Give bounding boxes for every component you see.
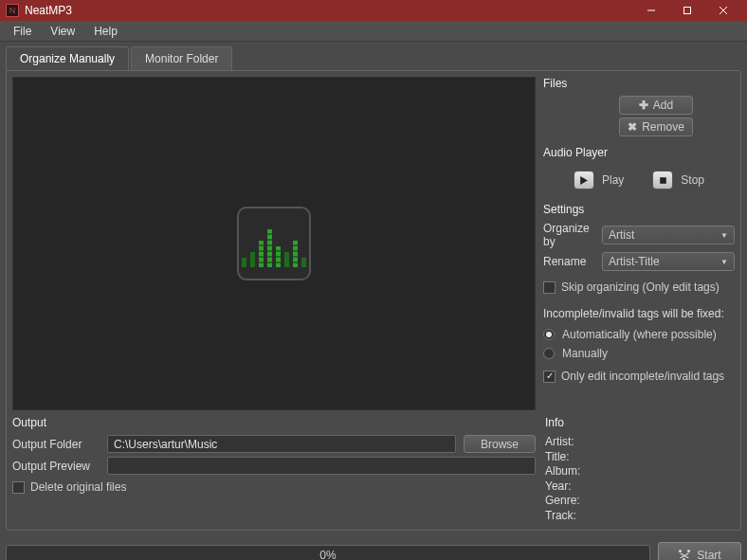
info-year: Year: <box>545 479 735 495</box>
info-title: Title: <box>545 450 735 465</box>
output-heading: Output <box>12 416 536 429</box>
wand-icon <box>678 549 691 560</box>
rename-label: Rename <box>543 255 596 268</box>
skip-organizing-checkbox[interactable] <box>543 281 556 294</box>
delete-original-label: Delete original files <box>30 480 126 494</box>
menu-view[interactable]: View <box>41 23 84 40</box>
info-genre: Genre: <box>545 494 735 509</box>
svg-rect-1 <box>684 8 691 14</box>
output-preview-label: Output Preview <box>12 460 100 473</box>
tab-organize-manually[interactable]: Organize Manually <box>6 46 129 70</box>
start-label: Start <box>697 549 720 560</box>
plus-icon: ✚ <box>639 99 648 112</box>
rename-value: Artist-Title <box>609 255 660 268</box>
auto-fix-label: Automatically (where possible) <box>562 328 717 341</box>
files-heading: Files <box>543 77 735 90</box>
settings-heading: Settings <box>543 203 735 216</box>
stop-label: Stop <box>681 173 704 187</box>
x-icon: ✖ <box>628 120 637 134</box>
menu-file[interactable]: File <box>4 23 41 40</box>
close-button[interactable] <box>705 0 741 21</box>
info-track: Track: <box>545 509 735 524</box>
info-artist: Artist: <box>545 435 735 450</box>
start-button[interactable]: Start <box>658 542 741 560</box>
window-title: NeatMP3 <box>25 4 633 17</box>
skip-organizing-label: Skip organizing (Only edit tags) <box>561 280 720 294</box>
manual-fix-label: Manually <box>562 347 608 360</box>
delete-original-checkbox[interactable] <box>12 481 25 494</box>
menu-bar: File View Help <box>0 21 747 42</box>
play-icon <box>574 171 594 190</box>
organize-by-value: Artist <box>609 228 634 242</box>
fix-tags-note: Incomplete/invalid tags will be fixed: <box>543 307 735 320</box>
stop-icon <box>652 171 673 190</box>
tab-strip: Organize Manually Monitor Folder <box>6 46 741 70</box>
file-list-area[interactable] <box>12 77 536 410</box>
output-folder-input[interactable] <box>107 435 456 453</box>
remove-button-label: Remove <box>642 120 684 134</box>
progress-label: 0% <box>319 549 336 560</box>
maximize-button[interactable] <box>669 0 705 21</box>
play-label: Play <box>602 173 624 187</box>
svg-rect-5 <box>660 177 666 184</box>
app-logo-icon: N <box>6 4 19 17</box>
remove-button[interactable]: ✖ Remove <box>619 117 693 136</box>
add-button[interactable]: ✚ Add <box>619 96 693 115</box>
add-button-label: Add <box>653 99 673 112</box>
title-bar: N NeatMP3 <box>0 0 747 21</box>
play-button[interactable]: Play <box>574 171 624 190</box>
organize-by-select[interactable]: Artist <box>602 226 735 244</box>
progress-bar: 0% <box>6 545 650 560</box>
rename-select[interactable]: Artist-Title <box>602 252 735 271</box>
equalizer-icon <box>237 207 311 280</box>
output-preview-field <box>107 457 536 475</box>
output-folder-label: Output Folder <box>12 438 100 451</box>
stop-button[interactable]: Stop <box>652 171 704 190</box>
only-edit-label: Only edit incomplete/invalid tags <box>561 370 724 383</box>
organize-by-label: Organize by <box>543 222 596 248</box>
only-edit-checkbox[interactable] <box>543 370 556 383</box>
menu-help[interactable]: Help <box>84 23 127 40</box>
info-album: Album: <box>545 464 735 479</box>
tab-monitor-folder[interactable]: Monitor Folder <box>131 46 232 70</box>
svg-marker-4 <box>581 176 589 185</box>
browse-button[interactable]: Browse <box>464 435 536 453</box>
auto-fix-radio[interactable] <box>543 329 555 340</box>
info-heading: Info <box>545 416 735 429</box>
minimize-button[interactable] <box>633 0 669 21</box>
audio-player-heading: Audio Player <box>543 146 735 159</box>
browse-label: Browse <box>481 438 519 451</box>
manual-fix-radio[interactable] <box>543 348 555 359</box>
